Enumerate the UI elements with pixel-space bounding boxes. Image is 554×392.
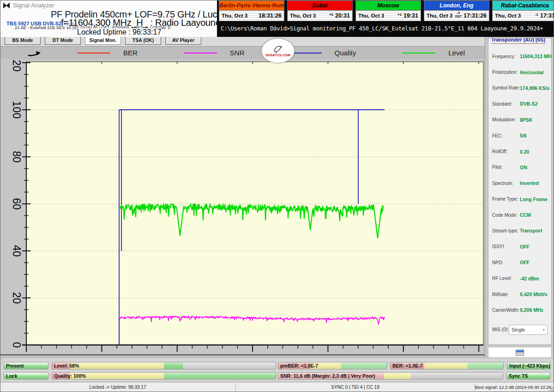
transponder-label: Pilot: [492, 165, 520, 170]
chart-canvas: 020406080100120 [0, 59, 485, 357]
clock-rabat-casablanca: Rabat-CasablancaThu, Oct 3-117:31 [492, 0, 554, 21]
console-line: C:\Users\Roman Dávid>Signal monitoring_P… [221, 25, 552, 32]
transponder-row-frequency: Frequency:11604,313 MHz [492, 48, 548, 64]
mis-select[interactable]: Single ▾ [509, 325, 548, 335]
transponder-label: Spectrum: [492, 181, 520, 186]
transponder-label: CarrierWidth: [492, 308, 520, 313]
svg-text:100: 100 [11, 101, 23, 119]
header-panel: Signal Analyzer PF Prodelin 450cm+ LOF=9… [0, 0, 217, 37]
legend-row: BERSNRQualityLevel [0, 46, 485, 59]
transponder-row-symbol-rate: Symbol Rate:174,996 KS/s [492, 80, 548, 96]
tab-bs-mode[interactable]: BS Mode [5, 36, 41, 45]
transponder-value: 0,420 Mbit/s [520, 291, 548, 297]
transponder-value: OFF [520, 244, 548, 249]
logo-text: DXSATCS.COM [265, 53, 290, 57]
legend-swatch [402, 53, 435, 53]
transponder-label: BitRate: [492, 292, 520, 297]
legend-label: Quality [335, 49, 356, 57]
world-clocks: Berlin-Paris-Vienna-RomaThu, Oct 318:31:… [219, 0, 554, 21]
transponder-label: Stream type: [492, 228, 520, 233]
meter-label: SNR: 11,6 dB (Margin: 2,3 dB | Very Poor… [280, 373, 375, 379]
transponder-row-standard: Standard:DVB-S2 [492, 96, 548, 112]
legend-item-ber: BER [77, 49, 138, 57]
meter-snr: SNR: 11,6 dB (Margin: 2,3 dB | Very Poor… [278, 372, 503, 380]
statusbar-center: SYNC 0 | TEI 4 | CC 19 [236, 382, 475, 392]
transponder-label: Frequency: [492, 54, 520, 59]
transponder-label: RF Level: [492, 276, 520, 281]
meter-label: Quality: 100% [54, 373, 86, 379]
transponder-label: NPD: [492, 260, 520, 265]
clock-time: 20:31 [335, 12, 350, 19]
svg-text:80: 80 [11, 151, 23, 163]
svg-text:60: 60 [11, 198, 23, 210]
legend-item-snr: SNR [184, 49, 245, 57]
meter-label: Sync TS [509, 373, 528, 379]
legend-item-level: Level [402, 49, 465, 57]
clock-city: Moscow [356, 1, 421, 10]
clock-berlin-paris-vienna-roma: Berlin-Paris-Vienna-RomaThu, Oct 318:31:… [219, 0, 284, 21]
resize-grip[interactable] [548, 387, 553, 392]
transponder-rows: Frequency:11604,313 MHzPolarization:Hori… [488, 44, 551, 318]
arrow-icon [27, 48, 42, 58]
chevron-down-icon: ▾ [542, 327, 545, 332]
transponder-row-rolloff: RollOff:0.20 [492, 143, 548, 159]
transponder-label: Code Mode: [492, 213, 520, 218]
transponder-label: Modulation: [492, 117, 520, 122]
statusbar-right: Best signal: 12,3 dB (2024-09-30 22:26) [475, 382, 552, 392]
clock-city: London, Eng [424, 1, 489, 10]
transponder-label: Symbol Rate: [492, 85, 520, 90]
clock-time: 17:31:26 [464, 12, 487, 19]
tab-av-player[interactable]: AV Player [165, 36, 201, 45]
tab-tsa-ok[interactable]: TSA (OK) [125, 36, 161, 45]
tabs-row: BS ModeDT ModeSignal Mon.TSA (OK)AV Play… [0, 37, 485, 46]
meters-row-1: PresentLevel: 58%preBER: <1.0E-7BER: <1.… [0, 362, 554, 369]
clock-city: Rabat-Casablanca [493, 1, 554, 10]
meter-label: Input (~423 Kbps) [509, 363, 550, 368]
clock-body: Thu, Oct 3-117:31 [493, 10, 554, 21]
transponder-panel: Transponder (AU) [6S] Frequency:11604,31… [488, 38, 552, 345]
statusbar: Locked -> Uptime: 96:33:17 SYNC 0 | TEI … [0, 382, 554, 392]
clock-city: Dubai [288, 1, 352, 10]
transponder-value: 0.20 [520, 149, 548, 154]
transponder-value: OFF [520, 260, 548, 265]
meters-row-2: LockQuality: 100%SNR: 11,6 dB (Margin: 2… [0, 372, 554, 380]
transponder-value: Horizontal [520, 70, 548, 75]
clock-dubai: DubaiThu, Oct 3+220:31 [287, 0, 353, 21]
tab-dt-mode[interactable]: DT Mode [45, 36, 81, 45]
satellite-dish-icon [273, 45, 283, 53]
transponder-row-modulation: Modulation:8PSK [492, 112, 548, 128]
transponder-row-code-mode: Code Mode:CCM [492, 207, 548, 223]
transponder-value: -42 dBm [520, 276, 548, 281]
clock-utc-offset: -1 [534, 13, 539, 16]
clock-body: Thu, Oct 3+220:31 [288, 10, 352, 21]
transponder-value: 11604,313 MHz [520, 53, 552, 59]
transponder-title: Transponder (AU) [6S] [491, 38, 546, 44]
clock-date: Thu, Oct 3 [495, 13, 521, 18]
meter-label: preBER: <1.0E-7 [280, 363, 318, 368]
meter-label: BER: <1.0E-7 [392, 363, 423, 368]
meter-quality: Quality: 100% [52, 372, 276, 380]
transponder-label: Polarization: [492, 70, 520, 75]
clock-london-eng: London, EngThu, Oct 3-1DST17:31:26 [424, 0, 489, 21]
transponder-value: DVB-S2 [520, 101, 548, 107]
clock-city: Berlin-Paris-Vienna-Roma [219, 1, 284, 10]
clock-date: Thu, Oct 3 [427, 13, 452, 18]
transponder-value: 0,208 MHz [520, 307, 548, 313]
list-icon [516, 350, 524, 356]
transponder-row-fec: FEC:5/6 [492, 128, 548, 143]
transponder-row-spectrum: Spectrum:Inverted [492, 175, 548, 191]
clock-date: Thu, Oct 3 [222, 13, 247, 18]
meter-label: Lock [6, 373, 18, 379]
transponder-label: Standard: [492, 101, 520, 107]
tab-signal-mon[interactable]: Signal Mon. [85, 36, 121, 45]
transponder-label: FEC: [492, 133, 520, 138]
transponder-label: RollOff: [492, 149, 520, 154]
svg-text:0: 0 [11, 342, 23, 348]
clock-date: Thu, Oct 3 [290, 13, 316, 18]
svg-text:20: 20 [11, 292, 23, 304]
legend-swatch [77, 53, 110, 53]
transponder-row-npd: NPD:OFF [492, 255, 548, 270]
clock-time: 17:31 [540, 12, 554, 19]
transponder-row-rf-level: RF Level:-42 dBm [492, 270, 548, 286]
meters-panel: PresentLevel: 58%preBER: <1.0E-7BER: <1.… [0, 357, 554, 382]
